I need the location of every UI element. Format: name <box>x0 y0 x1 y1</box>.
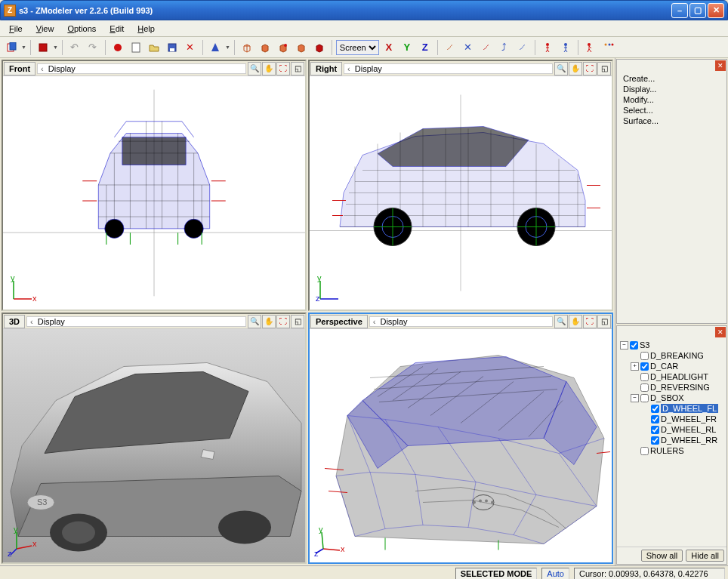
zoom-icon[interactable]: 🔍 <box>248 62 261 75</box>
tree-checkbox[interactable] <box>651 426 659 434</box>
delete-button[interactable]: ✕ <box>182 39 199 56</box>
cube-tool-1[interactable] <box>239 39 255 56</box>
tree-checkbox[interactable] <box>651 415 659 423</box>
maximize-viewport-icon[interactable]: ◱ <box>291 62 304 75</box>
person-tool-2[interactable] <box>557 39 574 56</box>
pan-icon[interactable]: ✋ <box>262 62 276 75</box>
tree-checkbox[interactable] <box>640 352 649 360</box>
tree-node[interactable]: D_WHEEL_FR <box>620 414 723 424</box>
coord-system-select[interactable]: Screen <box>336 40 379 55</box>
tool-c[interactable]: ⟋ <box>478 39 495 56</box>
viewport-display-menu[interactable]: ‹Display <box>37 63 246 74</box>
viewport-label-3d[interactable]: 3D <box>4 315 25 328</box>
viewport-display-menu[interactable]: ‹Display <box>344 63 553 74</box>
pan-icon[interactable]: ✋ <box>569 62 582 75</box>
record-button[interactable] <box>110 39 126 56</box>
viewport-label-front[interactable]: Front <box>4 62 35 75</box>
fit-icon[interactable]: ⛶ <box>276 62 290 75</box>
viewport-label-right[interactable]: Right <box>310 62 342 75</box>
expand-icon[interactable]: + <box>631 362 639 371</box>
viewport-front[interactable]: Front ‹Display 🔍 ✋ ⛶ ◱ <box>2 60 307 311</box>
cube-tool-2[interactable] <box>257 39 273 56</box>
axis-z-toggle[interactable]: Z <box>417 39 433 56</box>
maximize-button[interactable]: ▢ <box>689 3 706 18</box>
hide-all-button[interactable]: Hide all <box>686 550 724 562</box>
fit-icon[interactable]: ⛶ <box>583 62 597 75</box>
viewport-3d[interactable]: 3D ‹Display 🔍 ✋ ⛶ ◱ <box>2 313 307 564</box>
cube-tool-5[interactable] <box>311 39 328 56</box>
cone-tool[interactable] <box>207 39 224 56</box>
axis-y-toggle[interactable]: Y <box>399 39 415 56</box>
new-button[interactable] <box>3 39 20 56</box>
tree-checkbox[interactable] <box>651 436 659 445</box>
tree-checkbox[interactable] <box>651 405 659 413</box>
tree-root[interactable]: − S3 <box>620 340 723 350</box>
collapse-icon[interactable]: − <box>620 341 628 350</box>
tree-checkbox[interactable] <box>640 447 649 455</box>
tree-checkbox[interactable] <box>630 341 638 350</box>
zoom-icon[interactable]: 🔍 <box>554 62 568 75</box>
tree-checkbox[interactable] <box>640 362 649 371</box>
maximize-viewport-icon[interactable]: ◱ <box>291 315 304 328</box>
menu-file[interactable]: File <box>3 23 29 35</box>
tree-checkbox[interactable] <box>640 373 649 381</box>
viewport-display-menu[interactable]: ‹Display <box>26 316 246 327</box>
maximize-viewport-icon[interactable]: ◱ <box>597 315 611 328</box>
tool-d[interactable]: ⤴ <box>496 39 513 56</box>
cube-tool-3[interactable] <box>275 39 292 56</box>
tree-node[interactable]: D_WHEEL_FL <box>620 403 723 414</box>
import-button[interactable] <box>35 39 51 56</box>
tree-node[interactable]: D_BREAKING <box>620 350 723 361</box>
tree-checkbox[interactable] <box>640 383 649 392</box>
status-auto[interactable]: Auto <box>541 568 569 580</box>
save-button[interactable] <box>164 39 180 56</box>
viewport-display-menu[interactable]: ‹Display <box>369 316 553 327</box>
cmd-select[interactable]: Select... <box>622 105 722 115</box>
tree-node[interactable]: D_WHEEL_RL <box>620 424 723 435</box>
viewport-perspective[interactable]: Perspective ‹Display 🔍 ✋ ⛶ ◱ <box>308 313 613 564</box>
menu-edit[interactable]: Edit <box>103 23 130 35</box>
tree-node[interactable]: D_HEADLIGHT <box>620 371 723 382</box>
front-canvas[interactable]: x y <box>3 76 305 310</box>
tree-node[interactable]: D_WHEEL_RR <box>620 435 723 445</box>
pan-icon[interactable]: ✋ <box>262 315 276 328</box>
zoom-icon[interactable]: 🔍 <box>554 315 568 328</box>
menu-view[interactable]: View <box>30 23 60 35</box>
show-all-button[interactable]: Show all <box>641 550 683 562</box>
right-canvas[interactable]: z y <box>310 76 612 310</box>
maximize-viewport-icon[interactable]: ◱ <box>597 62 611 75</box>
collapse-icon[interactable]: − <box>631 394 639 402</box>
group-tool[interactable] <box>600 39 617 56</box>
menu-help[interactable]: Help <box>131 23 161 35</box>
close-button[interactable]: ✕ <box>708 3 724 18</box>
run-tool[interactable] <box>582 39 599 56</box>
tool-e[interactable]: ⟋ <box>514 39 531 56</box>
menu-options[interactable]: Options <box>61 23 102 35</box>
tool-a[interactable]: ⟋ <box>442 39 458 56</box>
tree-node[interactable]: RULERS <box>620 445 723 456</box>
viewport-label-perspective[interactable]: Perspective <box>310 315 368 328</box>
3d-canvas[interactable]: S3 x y z <box>3 329 305 562</box>
redo-button[interactable]: ↷ <box>85 39 101 56</box>
tree-node[interactable]: +D_CAR <box>620 361 723 371</box>
cmd-display[interactable]: Display... <box>622 84 722 94</box>
fit-icon[interactable]: ⛶ <box>583 315 597 328</box>
cmd-modify[interactable]: Modify... <box>622 94 722 105</box>
cmd-surface[interactable]: Surface... <box>622 115 722 126</box>
cube-tool-4[interactable] <box>293 39 310 56</box>
zoom-icon[interactable]: 🔍 <box>248 315 261 328</box>
tree-node[interactable]: D_REVERSING <box>620 382 723 393</box>
tree-checkbox[interactable] <box>640 394 649 402</box>
fit-icon[interactable]: ⛶ <box>276 315 290 328</box>
panel-close-icon[interactable]: ✕ <box>715 327 726 337</box>
person-tool-1[interactable] <box>539 39 556 56</box>
open-button[interactable] <box>146 39 162 56</box>
cmd-create[interactable]: Create... <box>622 73 722 84</box>
perspective-canvas[interactable]: x y z <box>310 329 612 562</box>
undo-button[interactable]: ↶ <box>66 39 83 56</box>
pan-icon[interactable]: ✋ <box>569 315 582 328</box>
panel-close-icon[interactable]: ✕ <box>715 60 726 71</box>
minimize-button[interactable]: – <box>671 3 688 18</box>
file-button[interactable] <box>128 39 144 56</box>
viewport-right[interactable]: Right ‹Display 🔍 ✋ ⛶ ◱ <box>308 60 613 311</box>
